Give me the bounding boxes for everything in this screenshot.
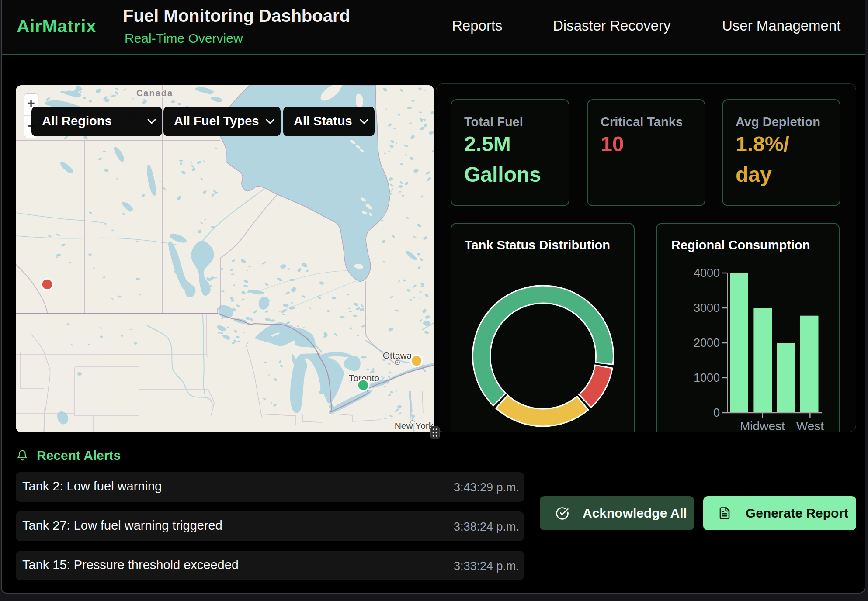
svg-text:West: West (796, 419, 824, 432)
svg-text:1000: 1000 (694, 371, 720, 384)
svg-text:Canada: Canada (136, 88, 173, 98)
svg-text:0: 0 (713, 406, 720, 419)
svg-text:New York: New York (395, 421, 434, 431)
svg-text:2000: 2000 (694, 336, 720, 349)
svg-text:Midwest: Midwest (740, 419, 785, 432)
svg-text:3000: 3000 (694, 301, 720, 314)
svg-text:4000: 4000 (694, 266, 720, 280)
svg-text:Ottawa: Ottawa (383, 350, 412, 360)
